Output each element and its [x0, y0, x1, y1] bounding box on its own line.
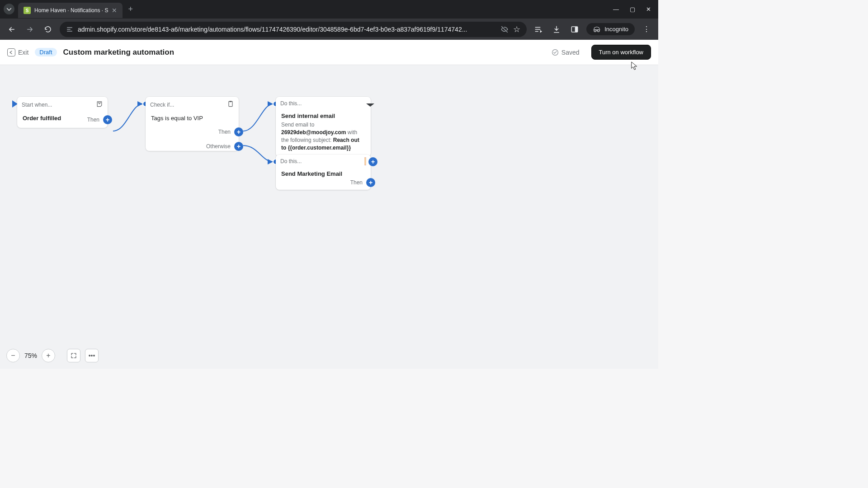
checkmark-circle-icon [552, 49, 559, 56]
svg-rect-4 [230, 101, 232, 102]
marketing-email-icon [364, 158, 366, 164]
node-do2-header: Do this... [280, 158, 302, 164]
clipboard-icon [227, 100, 234, 109]
zoom-out-button[interactable]: − [6, 349, 20, 362]
draft-badge: Draft [35, 48, 57, 56]
node-action-marketing[interactable]: Do this... Send Marketing Email Then + [276, 155, 371, 190]
node-start[interactable]: Start when... Order fulfilled Then + [17, 97, 108, 128]
exit-icon [7, 48, 15, 56]
reload-button[interactable] [42, 23, 54, 36]
browser-tab[interactable]: S Home Haven · Notifications · S ✕ [18, 3, 123, 18]
tab-bar: S Home Haven · Notifications · S ✕ + — ▢… [0, 0, 658, 18]
add-step-button[interactable]: + [368, 157, 377, 166]
side-panel-icon[interactable] [568, 23, 581, 36]
exit-button[interactable]: Exit [7, 48, 28, 56]
outlet-then-label: Then [87, 117, 99, 123]
saved-indicator: Saved [552, 49, 580, 56]
maximize-icon[interactable]: ▢ [630, 6, 635, 13]
outlet-then-label: Then [350, 179, 363, 186]
url-text: admin.shopify.com/store/de8143-a6/market… [78, 26, 496, 33]
node-start-header: Start when... [22, 102, 52, 108]
inbox-icon [96, 100, 103, 109]
url-bar[interactable]: admin.shopify.com/store/de8143-a6/market… [60, 22, 527, 37]
svg-rect-1 [575, 27, 578, 32]
more-options-button[interactable]: ••• [85, 349, 99, 362]
site-settings-icon[interactable] [66, 26, 73, 33]
zoom-in-button[interactable]: + [42, 349, 55, 362]
incognito-label: Incognito [604, 26, 628, 33]
close-window-icon[interactable]: ✕ [646, 6, 651, 13]
node-check[interactable]: Check if... Tags is equal to VIP Then + … [146, 97, 239, 151]
outlet-then-label: Then [218, 129, 231, 135]
fit-view-button[interactable] [67, 349, 80, 362]
node-do2-title: Send Marketing Email [281, 170, 342, 177]
browser-menu-icon[interactable]: ⋮ [640, 23, 653, 36]
bookmark-star-icon[interactable]: ☆ [513, 24, 520, 34]
eye-off-icon[interactable] [500, 25, 509, 33]
shopify-favicon-icon: S [24, 7, 31, 14]
tab-close-icon[interactable]: ✕ [112, 7, 117, 14]
workflow-canvas[interactable]: Start when... Order fulfilled Then + Che… [0, 65, 658, 369]
downloads-icon[interactable] [550, 23, 563, 36]
address-bar: admin.shopify.com/store/de8143-a6/market… [0, 18, 658, 40]
browser-chrome: S Home Haven · Notifications · S ✕ + — ▢… [0, 0, 658, 40]
new-tab-button[interactable]: + [128, 5, 133, 14]
node-check-body: Tags is equal to VIP [151, 115, 203, 122]
zoom-value: 75% [24, 352, 37, 359]
svg-rect-3 [229, 101, 232, 106]
back-button[interactable] [5, 23, 18, 36]
window-controls: — ▢ ✕ [613, 6, 658, 13]
exit-label: Exit [18, 49, 28, 56]
node-check-header: Check if... [150, 102, 174, 108]
app-header: Exit Draft Custom marketing automation S… [0, 40, 658, 65]
turn-on-workflow-button[interactable]: Turn on workflow [591, 45, 651, 60]
add-step-button[interactable]: + [103, 115, 112, 124]
saved-label: Saved [561, 49, 580, 56]
forward-button[interactable] [24, 23, 36, 36]
outlet-otherwise-label: Otherwise [206, 143, 231, 150]
tab-search-button[interactable] [4, 4, 14, 14]
add-step-button[interactable]: + [366, 178, 375, 187]
zoom-controls: − 75% + ••• [6, 349, 99, 362]
node-action-email[interactable]: Do this... Send internal email Send emai… [276, 97, 371, 157]
page-title: Custom marketing automation [63, 48, 175, 57]
minimize-icon[interactable]: — [613, 6, 619, 13]
playlist-icon[interactable] [532, 23, 545, 36]
tab-title: Home Haven · Notifications · S [34, 7, 108, 14]
add-step-button[interactable]: + [234, 142, 243, 151]
node-do1-body: Send internal email Send email to 26929d… [276, 110, 371, 157]
node-do1-header: Do this... [280, 100, 302, 107]
node-start-body: Order fulfilled [23, 115, 61, 122]
incognito-badge[interactable]: Incognito [586, 23, 635, 35]
add-step-button[interactable]: + [234, 127, 243, 136]
